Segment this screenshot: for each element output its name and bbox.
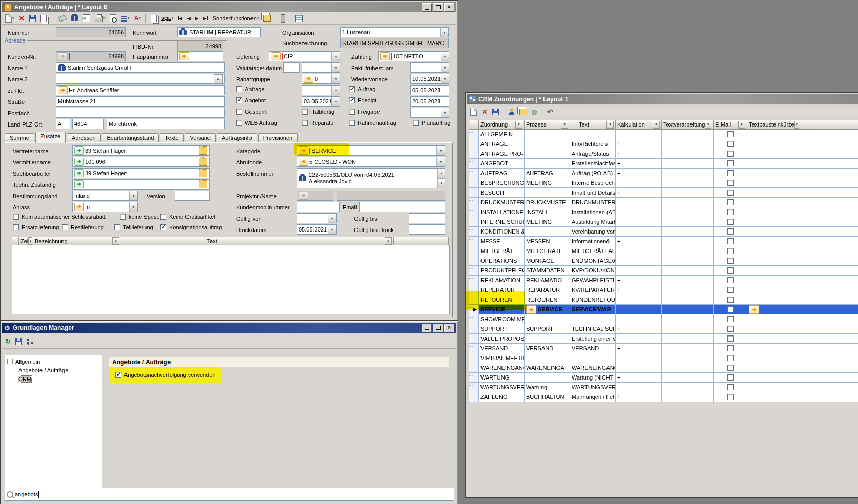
text-cell[interactable]: Anfrage/Status <box>570 149 616 159</box>
textbaustein-cell[interactable]: ➔ <box>747 169 801 178</box>
table-row[interactable]: ▶ VIRTUAL MEETIN ➔ ➔ <box>469 353 858 363</box>
table-row[interactable]: ▶ REPERATUR ➔REPARATUR KV/REPARATUR [i +… <box>469 285 858 295</box>
tree-node[interactable]: Angebote / Aufträge <box>6 366 101 374</box>
tab[interactable]: Versand <box>185 133 216 143</box>
email-checkbox[interactable] <box>727 345 734 351</box>
textbaustein-cell[interactable]: ➔ <box>747 276 801 285</box>
kalkulation-cell[interactable]: + <box>616 276 662 285</box>
email-cell[interactable] <box>714 305 747 314</box>
rabattgruppe-field[interactable]: ➔0▼ <box>302 74 340 84</box>
land-field[interactable]: A <box>56 119 70 129</box>
row-marker-cell[interactable]: ▶ <box>469 178 479 188</box>
binoculars-icon[interactable] <box>58 65 66 71</box>
folder-icon[interactable] <box>199 158 207 166</box>
new-button[interactable]: ▾ <box>4 13 16 24</box>
prozess-cell[interactable]: ➔SERVICE <box>525 305 570 314</box>
textbaustein-cell[interactable]: ➔ <box>747 130 801 139</box>
text-cell[interactable]: Info/Richtpreis <box>570 139 616 149</box>
kalkulation-cell[interactable] <box>616 305 662 314</box>
column-dropdown-icon[interactable]: ▼ <box>28 237 32 245</box>
tree-view-button[interactable] <box>25 337 35 346</box>
tab[interactable]: Auftragsinfo <box>217 133 257 143</box>
row-marker-cell[interactable]: ▶ <box>469 314 479 324</box>
row-marker-cell[interactable]: ▶ <box>469 227 479 237</box>
tree-node[interactable]: CRM <box>6 374 101 383</box>
projektname-field[interactable] <box>337 191 445 201</box>
row-marker-cell[interactable]: ▶ <box>469 363 479 373</box>
kategorie-field[interactable]: ➔SERVICE▼ <box>297 145 445 156</box>
organisation-field[interactable]: 1 Lustenau▼ <box>340 27 449 37</box>
erledigt-checkbox[interactable] <box>349 97 355 103</box>
prozess-cell[interactable]: ➔MONTAGE <box>525 256 570 266</box>
copy-button[interactable] <box>518 107 529 117</box>
dropdown-icon[interactable]: ▼ <box>331 52 340 61</box>
lookup-arrow-green-icon[interactable]: ➔ <box>74 158 84 166</box>
email-cell[interactable] <box>714 159 747 169</box>
row-marker-cell[interactable]: ▶ <box>469 353 479 363</box>
grid-col-zei[interactable]: Zei▼ <box>19 237 33 245</box>
kalkulation-cell[interactable]: + <box>616 285 662 295</box>
prozess-cell[interactable]: ➔REPARATUR <box>525 285 570 295</box>
textverarbeitung-cell[interactable] <box>662 169 714 178</box>
zuordnung-cell[interactable]: INSTALLATIONEN <box>479 207 525 217</box>
kalkulation-cell[interactable] <box>616 198 662 207</box>
prozess-cell[interactable]: ➔REKLAMATIO <box>525 276 570 285</box>
delete-button[interactable]: ✕ <box>17 14 27 23</box>
email-cell[interactable] <box>714 383 747 392</box>
email-cell[interactable] <box>714 139 747 149</box>
textbaustein-cell[interactable]: ➔ <box>747 266 801 276</box>
zuordnung-cell[interactable]: ALLGEMEIN <box>479 130 525 139</box>
textbaustein-cell[interactable]: ➔ <box>747 344 801 353</box>
textbaustein-cell[interactable]: ➔ <box>747 324 801 334</box>
prozess-cell[interactable]: ➔DRUCKMUSTE <box>525 198 570 207</box>
undo-button[interactable]: ↶ <box>546 107 555 117</box>
textbaustein-cell[interactable]: ➔ <box>747 256 801 266</box>
grid-col-bezeichnung[interactable]: Bezeichnung▼ <box>33 237 121 245</box>
row-marker-cell[interactable]: ▶ <box>469 217 479 227</box>
row-marker-cell[interactable]: ▶ <box>469 139 479 149</box>
textverarbeitung-cell[interactable] <box>662 285 714 295</box>
table-row[interactable]: ▶ ANFRAGE ➔ Info/Richtpreis + ➔ <box>469 139 858 149</box>
text-cell[interactable]: Inhalt und Details <box>570 188 616 198</box>
scroll-up-icon[interactable]: ▲ <box>438 169 445 179</box>
email-checkbox[interactable] <box>727 335 734 342</box>
font-button[interactable]: A▾ <box>133 14 142 23</box>
close-button[interactable]: × <box>444 324 454 332</box>
zuordnung-cell[interactable]: BESPRECHUNG <box>479 178 525 188</box>
lieferung-field[interactable]: ➔CIP▼ <box>269 51 340 61</box>
zuordnung-cell[interactable]: DRUCKMUSTER <box>479 198 525 207</box>
column-dropdown-icon[interactable]: ▼ <box>515 121 522 129</box>
row-marker-cell[interactable]: ▶ <box>469 149 479 159</box>
table-row[interactable]: ▶ BESPRECHUNG ➔MEETING Interne Besprech … <box>469 178 858 188</box>
nav-last-button[interactable]: ▶ <box>202 14 210 23</box>
minimize-button[interactable] <box>422 324 432 332</box>
email-cell[interactable] <box>714 246 747 256</box>
dropdown-icon[interactable]: ▼ <box>328 214 336 223</box>
email-field[interactable] <box>359 202 445 212</box>
bestellnummer-field[interactable]: 222-500561/OLO vom 04.05.2021 Aleksandra… <box>297 168 445 188</box>
row-marker-cell[interactable]: ▶ <box>469 207 479 217</box>
text-cell[interactable]: SERVICE/WAR <box>570 305 616 314</box>
email-cell[interactable] <box>714 392 747 402</box>
kalkulation-cell[interactable]: + <box>616 188 662 198</box>
clear-button[interactable] <box>57 14 68 23</box>
email-checkbox[interactable] <box>727 258 734 264</box>
column-dropdown-icon[interactable]: ▼ <box>606 121 614 129</box>
reparatur-checkbox[interactable] <box>302 120 308 126</box>
header-prozess[interactable]: Prozess▼ <box>525 120 570 130</box>
lookup-arrow-icon[interactable]: ➔ <box>74 203 84 211</box>
dropdown-icon[interactable]: ▼ <box>328 225 336 234</box>
postfach-field[interactable] <box>56 108 225 118</box>
email-cell[interactable] <box>714 334 747 344</box>
row-marker-cell[interactable]: ▶ <box>469 383 479 392</box>
zuordnung-cell[interactable]: ANFRAGE <box>479 139 525 149</box>
text-cell[interactable]: DRUCKMUSTER [ <box>570 198 616 207</box>
email-cell[interactable] <box>714 130 747 139</box>
textverarbeitung-cell[interactable] <box>662 149 714 159</box>
zuordnung-cell[interactable]: RETOUREN <box>479 295 525 305</box>
dropdown-icon[interactable]: ▼ <box>436 146 445 155</box>
textbaustein-cell[interactable]: ➔ <box>747 227 801 237</box>
dropdown-icon[interactable]: ▼ <box>436 157 445 166</box>
kalkulation-cell[interactable] <box>616 256 662 266</box>
table-row[interactable]: ▶ ALLGEMEIN ➔ ➔ <box>469 130 858 139</box>
